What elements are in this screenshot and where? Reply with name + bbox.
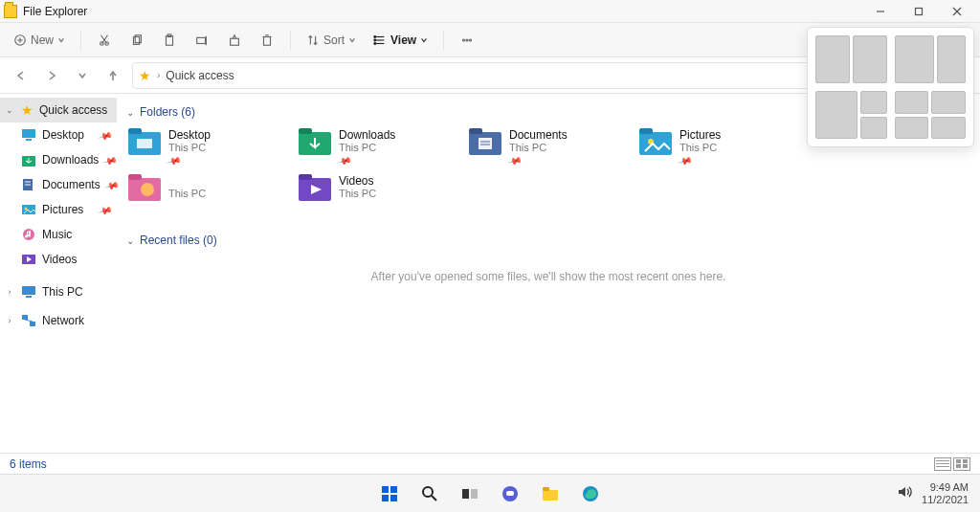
svg-rect-55 (469, 128, 482, 134)
svg-rect-75 (471, 489, 478, 499)
start-button[interactable] (372, 477, 407, 511)
close-button[interactable] (938, 0, 976, 23)
paste-button[interactable] (156, 27, 183, 54)
taskbar-center (372, 477, 608, 511)
forward-button[interactable] (40, 64, 63, 87)
separator (443, 31, 444, 50)
svg-point-72 (423, 487, 433, 497)
sort-button[interactable]: Sort (301, 27, 362, 54)
sidebar-item-desktop[interactable]: Desktop 📌 (0, 122, 117, 147)
sidebar-item-label: Music (42, 228, 72, 241)
tiles-view-icon[interactable] (953, 457, 970, 471)
recent-dropdown[interactable] (71, 64, 94, 87)
svg-rect-70 (382, 495, 389, 501)
sidebar-this-pc[interactable]: › This PC (0, 279, 117, 304)
share-button[interactable] (221, 27, 248, 54)
folder-tile-documents[interactable]: Documents This PC 📌 (467, 126, 637, 168)
folder-name: Documents (509, 128, 568, 142)
sidebar-item-label: Pictures (42, 203, 83, 216)
svg-point-29 (463, 38, 465, 40)
snap-layout-quad[interactable] (895, 91, 967, 139)
chat-button[interactable] (493, 477, 527, 511)
svg-point-28 (374, 42, 376, 44)
snap-layouts-flyout[interactable] (807, 27, 974, 147)
breadcrumb-location[interactable]: Quick access (166, 69, 234, 82)
documents-icon (21, 177, 36, 192)
sidebar-item-downloads[interactable]: Downloads 📌 (0, 147, 117, 172)
svg-rect-59 (639, 132, 672, 155)
svg-line-48 (25, 320, 33, 322)
view-button[interactable]: View (368, 27, 434, 54)
svg-rect-53 (299, 128, 312, 134)
svg-rect-51 (137, 139, 152, 148)
snap-layout-half-half[interactable] (815, 35, 887, 83)
chevron-right-icon[interactable]: › (4, 287, 15, 297)
music-folder-icon (128, 174, 161, 201)
videos-icon (21, 252, 36, 267)
maximize-button[interactable] (900, 0, 938, 23)
sidebar-network[interactable]: › Network (0, 308, 117, 333)
content-pane: ⌄ Folders (6) Desktop This PC 📌 (117, 94, 980, 453)
star-icon: ★ (21, 102, 33, 118)
edge-button[interactable] (573, 477, 608, 511)
view-mode-toggle[interactable] (934, 457, 970, 471)
folder-tile-pictures[interactable]: Pictures This PC 📌 (637, 126, 808, 168)
search-button[interactable] (412, 477, 447, 511)
chevron-down-icon: ⌄ (126, 235, 134, 246)
sidebar-this-pc-label: This PC (42, 285, 83, 299)
svg-rect-69 (390, 486, 397, 493)
more-button[interactable] (454, 27, 480, 54)
snap-layout-left-stack[interactable] (815, 91, 887, 139)
sort-label: Sort (323, 33, 345, 47)
documents-folder-icon (469, 128, 501, 155)
separator (290, 31, 291, 50)
sidebar-item-music[interactable]: Music (0, 222, 117, 247)
sidebar-item-documents[interactable]: Documents 📌 (0, 172, 117, 197)
clock-date: 11/2/2021 (922, 494, 969, 506)
folder-tile-music[interactable]: Music This PC (126, 172, 297, 214)
folder-tile-downloads[interactable]: Downloads This PC 📌 (297, 126, 467, 168)
svg-rect-50 (128, 128, 142, 134)
sidebar-network-label: Network (42, 314, 84, 327)
chevron-down-icon[interactable]: ⌄ (4, 105, 15, 115)
svg-rect-45 (26, 296, 32, 298)
sidebar-item-pictures[interactable]: Pictures 📌 (0, 197, 117, 222)
folder-name: Desktop (168, 128, 211, 142)
rename-button[interactable] (189, 27, 215, 54)
copy-button[interactable] (123, 27, 150, 54)
pin-icon: 📌 (337, 153, 352, 168)
snap-layout-two-thirds[interactable] (895, 35, 967, 83)
up-button[interactable] (101, 64, 124, 87)
sidebar-item-label: Videos (42, 253, 77, 266)
view-label: View (390, 33, 416, 47)
downloads-folder-icon (299, 128, 331, 155)
recent-group-header[interactable]: ⌄ Recent files (0) (126, 234, 970, 247)
details-view-icon[interactable] (934, 457, 951, 471)
svg-point-64 (141, 183, 154, 196)
file-explorer-taskbar-button[interactable] (533, 477, 568, 511)
title-bar: File Explorer (0, 0, 980, 23)
file-explorer-icon (4, 5, 17, 18)
cut-button[interactable] (91, 27, 118, 54)
music-icon (21, 227, 36, 242)
folder-tile-desktop[interactable]: Desktop This PC 📌 (126, 126, 297, 168)
task-view-button[interactable] (453, 477, 487, 511)
delete-button[interactable] (254, 27, 280, 54)
svg-rect-66 (299, 174, 312, 180)
folders-group-title: Folders (6) (140, 105, 195, 119)
sidebar-quick-access[interactable]: ⌄ ★ Quick access (0, 98, 117, 122)
sidebar-item-videos[interactable]: Videos (0, 247, 117, 272)
svg-point-27 (374, 39, 376, 41)
back-button[interactable] (10, 64, 33, 87)
folder-tile-videos[interactable]: Videos This PC (297, 172, 467, 214)
volume-icon[interactable] (897, 484, 912, 502)
chevron-right-icon[interactable]: › (4, 316, 15, 325)
folder-name: Pictures (679, 128, 721, 142)
navigation-pane: ⌄ ★ Quick access Desktop 📌 Downloads 📌 D… (0, 94, 117, 453)
svg-rect-60 (639, 128, 653, 134)
minimize-button[interactable] (861, 0, 900, 23)
pc-icon (21, 284, 36, 300)
new-button[interactable]: New (8, 27, 71, 54)
breadcrumb-separator: › (157, 70, 160, 80)
clock[interactable]: 9:49 AM 11/2/2021 (922, 481, 969, 505)
